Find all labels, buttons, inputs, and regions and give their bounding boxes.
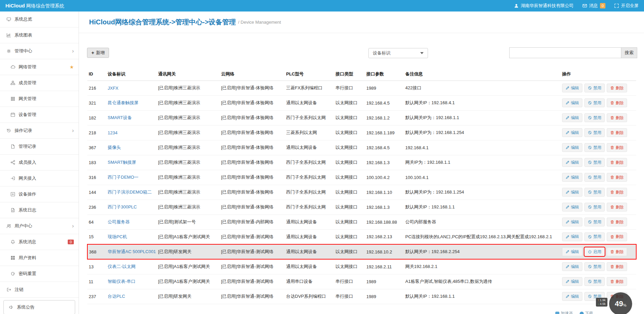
disable-button[interactable]: 禁用	[584, 113, 605, 122]
device-link[interactable]: 台达PLC	[108, 294, 125, 299]
signout-icon	[6, 287, 12, 292]
delete-button[interactable]: 删除	[607, 98, 627, 107]
sidebar-item-system-messages[interactable]: 系统消息0	[0, 234, 79, 250]
sidebar-item-member-access[interactable]: 成员接入	[0, 155, 79, 171]
accelerator-link[interactable]: 加速器	[555, 311, 573, 314]
sidebar-item-system-log[interactable]: 系统日志	[0, 202, 79, 218]
edit-button[interactable]: 编辑	[562, 84, 582, 92]
sidebar-item-network-mgmt[interactable]: 网络管理★	[0, 59, 79, 75]
device-link[interactable]: 西门子DEMO一	[108, 175, 138, 180]
edit-button[interactable]: 编辑	[562, 143, 582, 152]
sidebar-item-device-mgmt[interactable]: 设备管理	[0, 107, 79, 123]
monitor-percent: 49	[615, 299, 623, 308]
edit-button[interactable]: 编辑	[562, 173, 582, 182]
sidebar-item-op-records[interactable]: 操作记录›	[0, 123, 79, 139]
delete-button[interactable]: 删除	[607, 128, 627, 137]
disable-button[interactable]: 禁用	[584, 188, 605, 197]
cell-interface-param: 1989	[365, 81, 404, 95]
sidebar-item-user-center[interactable]: 用户中心›	[0, 218, 79, 234]
device-link[interactable]: 华辰智通AC 500PLC001	[108, 249, 156, 254]
device-link[interactable]: JXFX	[108, 86, 119, 91]
sidebar-item-overview[interactable]: 系统总览	[0, 12, 79, 27]
disable-button[interactable]: 禁用	[584, 277, 605, 286]
device-link[interactable]: 摄像头	[108, 145, 121, 150]
device-link[interactable]: 昆仑通泰触摸屏	[108, 100, 138, 105]
delete-button[interactable]: 删除	[607, 113, 627, 122]
device-link[interactable]: 公司服务器	[108, 219, 130, 224]
delete-button[interactable]: 删除	[607, 262, 627, 271]
fullscreen-toggle[interactable]: 开启全屏	[614, 3, 639, 9]
device-link[interactable]: 西门子演示DEMO箱二	[108, 189, 152, 195]
search-button[interactable]: 搜索	[621, 47, 637, 58]
search-input[interactable]	[509, 47, 621, 58]
sidebar-item-user-profile[interactable]: 用户资料	[0, 250, 79, 266]
column-header: 接口类型	[334, 68, 365, 81]
floating-monitor-ball[interactable]: 49 %	[609, 292, 632, 314]
sidebar-item-member-mgmt[interactable]: 成员管理	[0, 75, 79, 91]
sidebar-item-logout[interactable]: 注销	[0, 282, 79, 298]
disable-button[interactable]: 禁用	[584, 173, 605, 182]
edit-button[interactable]: 编辑	[562, 158, 582, 167]
disable-button[interactable]: 禁用	[584, 218, 605, 226]
cell-device-name: 西门子DEMO一	[106, 170, 157, 185]
app-logo[interactable]: HiCloud网络综合管理系统	[5, 3, 64, 9]
disable-button[interactable]: 禁用	[584, 158, 605, 167]
device-link[interactable]: 现场PC机	[108, 234, 127, 239]
disable-button[interactable]: 禁用	[584, 203, 605, 211]
messages-menu[interactable]: 消息 0	[582, 3, 605, 9]
device-link[interactable]: 智能仪表-串口	[108, 279, 135, 284]
edit-button[interactable]: 编辑	[562, 188, 582, 197]
device-link[interactable]: 仪表二-以太网	[108, 264, 135, 269]
delete-button[interactable]: 删除	[607, 247, 627, 256]
edit-button[interactable]: 编辑	[562, 277, 582, 286]
edit-button[interactable]: 编辑	[562, 218, 582, 226]
edit-button[interactable]: 编辑	[562, 262, 582, 271]
edit-button[interactable]: 编辑	[562, 98, 582, 107]
sidebar-item-admin-center[interactable]: 管理中心›	[0, 43, 79, 59]
envelope-icon	[582, 3, 587, 8]
sidebar-item-system-notice[interactable]: 系统公告	[3, 300, 75, 314]
sidebar-item-charts[interactable]: 系统图表	[0, 27, 79, 43]
grid-icon	[10, 96, 16, 101]
device-link[interactable]: 1234	[108, 130, 117, 135]
disable-button[interactable]: 禁用	[584, 98, 605, 107]
sidebar-item-gateway-access[interactable]: 网关接入	[0, 171, 79, 186]
device-link[interactable]: SMART触摸屏	[108, 160, 136, 165]
cell-interface-param: 192.168.1.2	[365, 110, 404, 125]
edit-button[interactable]: 编辑	[562, 292, 582, 301]
edit-button[interactable]: 编辑	[562, 203, 582, 211]
delete-button[interactable]: 删除	[607, 84, 627, 92]
disable-button[interactable]: 禁用	[584, 262, 605, 271]
disable-button[interactable]: 禁用	[584, 84, 605, 92]
enable-button[interactable]: 启用	[584, 247, 605, 256]
delete-button[interactable]: 删除	[607, 232, 627, 241]
doc-icon	[10, 144, 16, 149]
delete-button[interactable]: 删除	[607, 277, 627, 286]
breadcrumb: HiCloud网络综合管理系统->管理中心->设备管理 / Device Man…	[79, 12, 644, 33]
device-link[interactable]: SMART设备	[108, 115, 132, 120]
device-link[interactable]: 西门子300PLC	[108, 204, 137, 209]
disable-button[interactable]: 禁用	[584, 232, 605, 241]
sidebar-item-password-reset[interactable]: 密码重置	[0, 266, 79, 282]
add-device-button[interactable]: +新增	[87, 48, 109, 58]
edit-button[interactable]: 编辑	[562, 232, 582, 241]
delete-button[interactable]: 删除	[607, 158, 627, 167]
edit-button[interactable]: 编辑	[562, 128, 582, 137]
delete-button[interactable]: 删除	[607, 143, 627, 152]
delete-button[interactable]: 删除	[607, 173, 627, 182]
edit-button[interactable]: 编辑	[562, 113, 582, 122]
sidebar-item-device-ops[interactable]: 设备操作	[0, 186, 79, 202]
plus-square-icon	[10, 192, 16, 197]
filter-dropdown[interactable]: 设备标识	[368, 48, 428, 58]
disable-button[interactable]: 禁用	[584, 143, 605, 152]
company-menu[interactable]: 湖南华辰智通科技有限公司	[514, 3, 574, 9]
cell-cloud-network: [已启用]华辰智通-体验网络	[220, 110, 285, 125]
sidebar-item-gateway-mgmt[interactable]: 网关管理	[0, 91, 79, 107]
download-link[interactable]: 下载	[580, 311, 593, 314]
delete-button[interactable]: 删除	[607, 188, 627, 197]
edit-button[interactable]: 编辑	[562, 247, 582, 256]
delete-button[interactable]: 删除	[607, 218, 627, 226]
delete-button[interactable]: 删除	[607, 203, 627, 211]
disable-button[interactable]: 禁用	[584, 128, 605, 137]
sidebar-item-admin-records[interactable]: 管理记录	[0, 139, 79, 155]
